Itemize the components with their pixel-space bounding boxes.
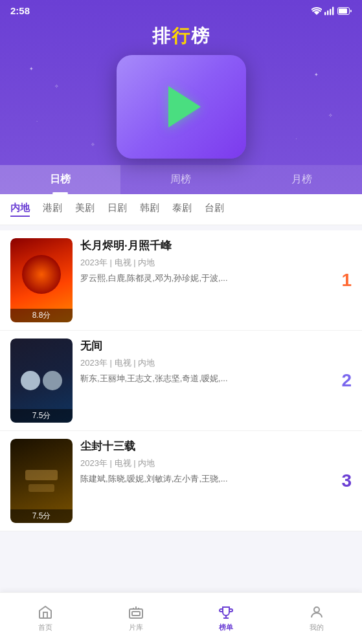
- tab-weekly[interactable]: 周榜: [120, 165, 241, 194]
- star-8: ✧: [91, 142, 95, 148]
- thumb-3-text-1: [25, 470, 58, 480]
- nav-home-label: 首页: [38, 623, 52, 632]
- svg-rect-5: [339, 8, 347, 14]
- genre-kr[interactable]: 韩剧: [140, 202, 159, 217]
- ranking-list: 8.8分 长月烬明·月照千峰 2023年 | 电视 | 内地 罗云熙,白鹿,陈都…: [0, 230, 362, 531]
- star-3: ·: [36, 118, 38, 124]
- svg-rect-3: [332, 6, 334, 15]
- main-content: 内地 港剧 美剧 日剧 韩剧 泰剧 台剧 8.8分 长月烬明·月照千峰 2023…: [0, 194, 362, 592]
- thumb-2-faces: [21, 371, 62, 390]
- user-icon: [309, 605, 324, 620]
- item-cast-1: 罗云熙,白鹿,陈都灵,邓为,孙珍妮,于波,...: [80, 272, 323, 284]
- item-info-1: 长月烬明·月照千峰 2023年 | 电视 | 内地 罗云熙,白鹿,陈都灵,邓为,…: [80, 238, 323, 322]
- thumbnail-2: 7.5分: [10, 339, 73, 423]
- item-meta-1: 2023年 | 电视 | 内地: [80, 257, 323, 269]
- genre-jp[interactable]: 日剧: [107, 202, 127, 217]
- nav-ranking-label: 榜单: [219, 623, 233, 632]
- score-1: 8.8分: [10, 309, 73, 322]
- item-meta-2: 2023年 | 电视 | 内地: [80, 357, 323, 369]
- score-3: 7.5分: [10, 509, 73, 523]
- nav-profile-label: 我的: [310, 623, 324, 632]
- tab-bar: 日榜 周榜 月榜: [0, 165, 362, 194]
- item-info-3: 尘封十三载 2023年 | 电视 | 内地 陈建斌,陈晓,嗳妮,刘敏涛,左小青,…: [80, 439, 323, 523]
- item-cast-2: 靳东,王丽坤,王志文,张志坚,奇道,嗳妮,...: [80, 373, 323, 384]
- home-icon: [38, 605, 53, 620]
- list-item[interactable]: 7.5分 尘封十三载 2023年 | 电视 | 内地 陈建斌,陈晓,嗳妮,刘敏涛…: [0, 431, 362, 531]
- item-title-3: 尘封十三载: [80, 439, 323, 454]
- genre-mainland[interactable]: 内地: [10, 202, 30, 217]
- star-4: ✦: [314, 72, 319, 78]
- svg-rect-2: [330, 8, 331, 15]
- item-cast-3: 陈建斌,陈晓,嗳妮,刘敏涛,左小青,王骁,...: [80, 473, 323, 485]
- nav-profile[interactable]: 我的: [271, 593, 362, 644]
- time: 2:58: [10, 5, 30, 16]
- play-button[interactable]: [117, 55, 246, 159]
- thumbnail-3: 7.5分: [10, 439, 73, 523]
- genre-filter: 内地 港剧 美剧 日剧 韩剧 泰剧 台剧: [0, 194, 362, 225]
- nav-library[interactable]: 片库: [91, 593, 181, 644]
- genre-hk[interactable]: 港剧: [43, 202, 62, 217]
- svg-rect-0: [324, 12, 326, 15]
- status-bar: 2:58: [0, 0, 362, 19]
- item-info-2: 无间 2023年 | 电视 | 内地 靳东,王丽坤,王志文,张志坚,奇道,嗳妮,…: [80, 339, 323, 423]
- tab-daily[interactable]: 日榜: [0, 165, 120, 194]
- status-icons: [311, 6, 352, 16]
- score-2: 7.5分: [10, 409, 73, 423]
- tv-icon: [128, 605, 144, 620]
- nav-home[interactable]: 首页: [0, 593, 91, 644]
- item-rank-3: 3: [331, 471, 352, 491]
- nav-library-label: 片库: [129, 623, 143, 632]
- battery-icon: [337, 7, 352, 15]
- star-1: ✦: [29, 66, 34, 72]
- svg-rect-1: [327, 10, 328, 15]
- wifi-icon: [311, 7, 322, 15]
- face-1: [21, 371, 40, 390]
- thumb-3-text-2: [28, 484, 54, 492]
- thumbnail-1: 8.8分: [10, 238, 73, 322]
- bottom-nav: 首页 片库 榜单 我的: [0, 592, 362, 644]
- star-2: ✧: [54, 83, 59, 89]
- list-item[interactable]: 8.8分 长月烬明·月照千峰 2023年 | 电视 | 内地 罗云熙,白鹿,陈都…: [0, 230, 362, 331]
- genre-tw[interactable]: 台剧: [205, 202, 224, 217]
- svg-rect-7: [132, 612, 140, 616]
- tab-monthly[interactable]: 月榜: [242, 165, 362, 194]
- nav-ranking[interactable]: 榜单: [181, 593, 272, 644]
- list-item[interactable]: 7.5分 无间 2023年 | 电视 | 内地 靳东,王丽坤,王志文,张志坚,奇…: [0, 331, 362, 431]
- star-6: ·: [295, 136, 297, 142]
- signal-icon: [324, 6, 335, 16]
- genre-th[interactable]: 泰剧: [172, 202, 192, 217]
- item-rank-2: 2: [331, 370, 352, 391]
- face-2: [43, 371, 62, 390]
- item-meta-3: 2023年 | 电视 | 内地: [80, 458, 323, 469]
- hero-section: ✦ ✧ · ✦ ✧ · ✦ ✧: [0, 49, 362, 165]
- play-triangle-icon: [168, 86, 201, 128]
- item-title-1: 长月烬明·月照千峰: [80, 238, 323, 253]
- trophy-icon: [218, 605, 234, 620]
- star-5: ✧: [328, 113, 333, 118]
- svg-point-8: [314, 607, 319, 612]
- item-title-2: 无间: [80, 339, 323, 353]
- header: 排行榜: [0, 19, 362, 49]
- item-rank-1: 1: [331, 270, 352, 291]
- genre-us[interactable]: 美剧: [75, 202, 95, 217]
- page-title: 排行榜: [0, 24, 362, 49]
